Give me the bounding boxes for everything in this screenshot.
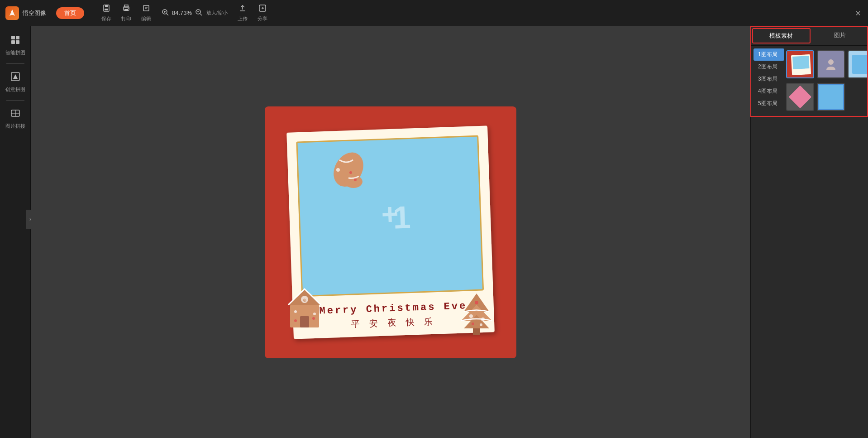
layout-filter-2[interactable]: 2图布局: [754, 61, 784, 73]
svg-rect-2: [105, 5, 108, 7]
layout-filter-4[interactable]: 4图布局: [754, 85, 784, 97]
svg-point-47: [294, 310, 297, 313]
svg-rect-23: [16, 40, 19, 44]
svg-marker-25: [13, 74, 18, 79]
save-icon: [102, 4, 110, 14]
svg-point-60: [828, 59, 834, 65]
template-panel-body: 1图布局 2图布局 3图布局 4图布局 5图布局: [751, 46, 868, 116]
upload-icon: [238, 4, 247, 14]
template-layout-sidebar: 1图布局 2图布局 3图布局 4图布局 5图布局: [754, 48, 784, 113]
tab-template[interactable]: 模板素材: [752, 28, 811, 43]
logo-area: 悟空图像: [5, 6, 46, 20]
left-sidebar: 智能拼图 创意拼图 图片拼接: [0, 26, 31, 438]
zoom-group: 84.73% 放大/缩小: [161, 8, 228, 18]
template-thumb-1[interactable]: [786, 50, 814, 78]
toolbar-group: 保存 打印 编辑: [101, 4, 267, 22]
svg-rect-21: [16, 36, 19, 39]
right-panel: 模板素材 图片 1图布局 2图布局 3图布局 4图布局 5图布局: [750, 26, 868, 438]
template-thumb-2[interactable]: [817, 50, 845, 78]
card-wrapper: + 1 Merry Christmas Eve 平 安 夜 快 乐: [265, 106, 516, 358]
svg-point-40: [349, 171, 352, 174]
sidebar-label-photo-stitch: 图片拼接: [5, 123, 25, 129]
app-logo-icon: [5, 6, 19, 20]
app-name: 悟空图像: [23, 9, 46, 17]
svg-rect-44: [300, 316, 309, 327]
sidebar-item-creative-collage[interactable]: 创意拼图: [2, 67, 29, 96]
svg-point-50: [312, 317, 315, 320]
upload-toolbar-item[interactable]: 上传: [238, 4, 248, 22]
svg-line-16: [200, 14, 202, 15]
svg-text:⊕: ⊕: [303, 298, 306, 303]
template-thumb-4[interactable]: [786, 83, 814, 111]
svg-line-12: [167, 14, 168, 15]
svg-point-48: [313, 313, 316, 315]
collapse-sidebar-button[interactable]: ›: [26, 210, 34, 229]
svg-text:1: 1: [392, 199, 411, 235]
svg-point-7: [128, 8, 129, 9]
sidebar-item-photo-stitch[interactable]: 图片拼接: [2, 104, 29, 133]
svg-point-57: [475, 301, 478, 304]
sidebar-label-creative-collage: 创意拼图: [5, 87, 25, 92]
save-toolbar-item[interactable]: 保存: [101, 4, 111, 22]
right-panel-tabs: 模板素材 图片: [751, 26, 868, 46]
svg-point-0: [11, 10, 13, 12]
save-label: 保存: [101, 15, 111, 22]
svg-rect-5: [124, 5, 128, 7]
upload-label: 上传: [238, 15, 248, 22]
template-thumb-3[interactable]: [848, 50, 868, 78]
zoom-value: 84.73%: [172, 10, 192, 16]
creative-collage-icon: [10, 71, 21, 85]
close-button[interactable]: ×: [855, 8, 861, 18]
canvas-area: + 1 Merry Christmas Eve 平 安 夜 快 乐: [31, 26, 750, 438]
share-icon: [258, 4, 267, 14]
edit-toolbar-item[interactable]: 编辑: [141, 4, 151, 22]
svg-point-59: [480, 323, 482, 326]
layout-filter-5[interactable]: 5图布局: [754, 97, 784, 110]
svg-point-55: [469, 314, 473, 318]
sidebar-divider-1: [6, 63, 24, 64]
svg-point-39: [336, 168, 340, 172]
svg-rect-20: [11, 36, 15, 39]
print-toolbar-item[interactable]: 打印: [121, 4, 131, 22]
share-toolbar-item[interactable]: 分享: [258, 4, 267, 22]
layout-filter-1[interactable]: 1图布局: [754, 48, 784, 61]
svg-rect-54: [473, 328, 480, 335]
layout-filter-3[interactable]: 3图布局: [754, 73, 784, 85]
print-icon: [122, 4, 130, 14]
svg-rect-6: [124, 9, 128, 11]
svg-point-58: [472, 322, 474, 325]
sidebar-divider-2: [6, 100, 24, 101]
edit-label: 编辑: [141, 15, 151, 22]
template-grid: [784, 48, 868, 113]
zoom-out-icon[interactable]: [195, 8, 203, 18]
sidebar-label-smart-collage: 智能拼图: [5, 50, 25, 56]
svg-point-41: [354, 178, 357, 181]
print-label: 打印: [121, 15, 131, 22]
svg-rect-8: [143, 5, 149, 11]
sidebar-item-smart-collage[interactable]: 智能拼图: [2, 31, 29, 60]
home-button[interactable]: 首页: [56, 7, 84, 19]
topbar: 悟空图像 首页 保存 打印: [0, 0, 868, 26]
template-thumb-5[interactable]: [817, 83, 845, 111]
zoom-in-icon[interactable]: [161, 8, 169, 18]
svg-rect-3: [105, 9, 108, 10]
svg-point-49: [294, 319, 297, 322]
edit-icon: [142, 4, 150, 14]
smart-collage-icon: [10, 34, 21, 48]
zoom-label: 放大/缩小: [206, 10, 228, 16]
share-label: 分享: [258, 15, 267, 22]
svg-rect-22: [11, 40, 15, 44]
photo-stitch-icon: [10, 108, 21, 121]
svg-point-38: [344, 175, 362, 188]
christmas-card-svg[interactable]: + 1 Merry Christmas Eve 平 安 夜 快 乐: [265, 106, 516, 358]
tab-photo[interactable]: 图片: [812, 26, 868, 45]
